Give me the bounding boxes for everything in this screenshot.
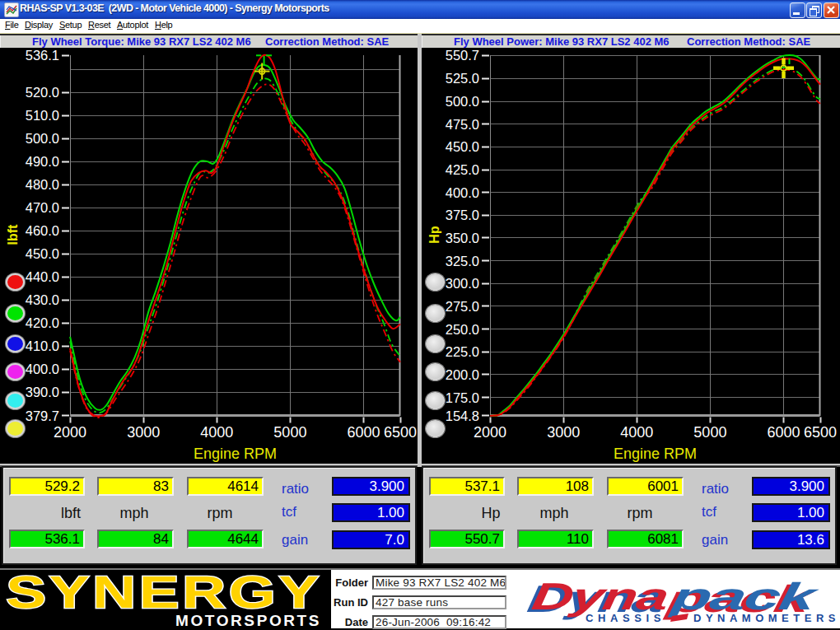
svg-text:Dyna: Dyna bbox=[529, 574, 671, 617]
svg-text:CHASSIS: CHASSIS bbox=[586, 612, 665, 624]
svg-text:SYNERGY: SYNERGY bbox=[6, 567, 322, 618]
svg-text:pack: pack bbox=[667, 575, 823, 617]
svg-text:MOTORSPORTS: MOTORSPORTS bbox=[175, 612, 321, 629]
svg-text:DYNAMOMETERS: DYNAMOMETERS bbox=[693, 612, 840, 624]
